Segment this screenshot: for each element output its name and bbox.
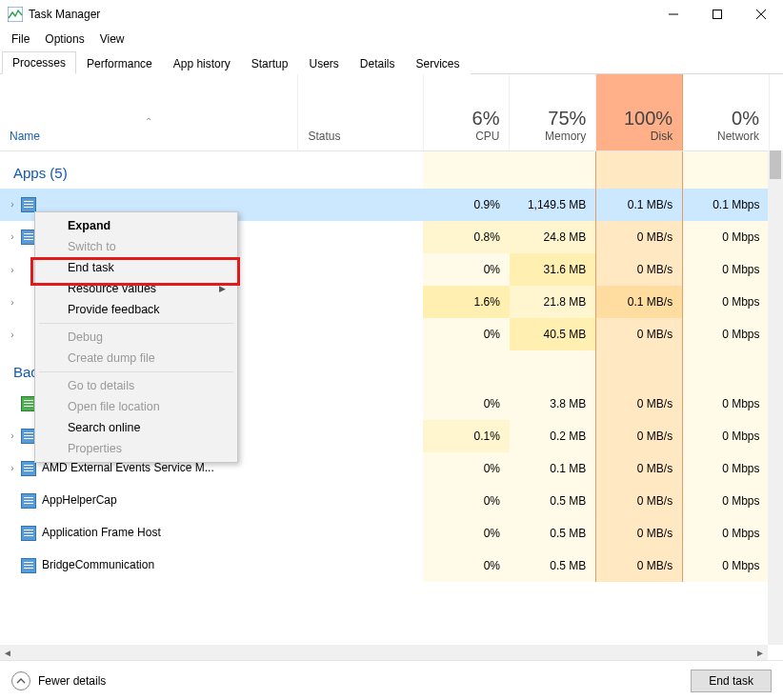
tab-details[interactable]: Details <box>350 52 406 74</box>
col-memory[interactable]: 75%Memory <box>510 74 596 150</box>
ctx-create-dump: Create dump file <box>37 348 235 369</box>
tab-app-history[interactable]: App history <box>163 52 241 74</box>
horizontal-scrollbar[interactable]: ◄ ► <box>0 645 768 660</box>
window-title: Task Manager <box>29 8 100 21</box>
close-button[interactable] <box>739 0 783 29</box>
sort-indicator-icon: ⌃ <box>10 116 288 130</box>
ctx-switch-to: Switch to <box>37 236 235 257</box>
fewer-details-button[interactable]: Fewer details <box>11 671 106 690</box>
menu-options[interactable]: Options <box>37 30 91 48</box>
process-icon <box>21 526 36 541</box>
chevron-right-icon[interactable]: › <box>6 265 19 275</box>
col-disk[interactable]: 100%Disk <box>596 74 683 150</box>
ctx-search-online[interactable]: Search online <box>37 417 235 438</box>
svg-rect-2 <box>713 10 722 19</box>
table-row[interactable]: BridgeCommunication 0% 0.5 MB 0 MB/s 0 M… <box>0 550 770 582</box>
menubar: File Options View <box>0 29 783 50</box>
vertical-scrollbar[interactable] <box>768 150 783 645</box>
table-row[interactable]: Application Frame Host 0% 0.5 MB 0 MB/s … <box>0 517 770 550</box>
separator <box>39 323 233 324</box>
ctx-end-task[interactable]: End task <box>37 257 235 278</box>
tab-users[interactable]: Users <box>298 52 349 74</box>
chevron-right-icon[interactable]: › <box>6 463 19 473</box>
end-task-button[interactable]: End task <box>691 670 772 692</box>
tab-services[interactable]: Services <box>406 52 471 74</box>
minimize-button[interactable] <box>652 0 695 29</box>
ctx-expand[interactable]: Expand <box>37 215 235 236</box>
col-name[interactable]: ⌃ Name <box>0 74 298 150</box>
fewer-details-label: Fewer details <box>38 674 106 688</box>
ctx-resource-values[interactable]: Resource values <box>37 278 235 299</box>
chevron-right-icon[interactable]: › <box>6 330 19 340</box>
tab-performance[interactable]: Performance <box>76 52 163 74</box>
process-icon <box>21 558 36 573</box>
tab-strip: Processes Performance App history Startu… <box>0 50 783 74</box>
chevron-right-icon[interactable]: › <box>6 430 19 441</box>
maximize-button[interactable] <box>695 0 739 29</box>
ctx-debug: Debug <box>37 327 235 348</box>
window-controls <box>652 0 783 29</box>
ctx-open-location: Open file location <box>37 396 235 417</box>
ctx-properties: Properties <box>37 438 235 459</box>
chevron-up-icon <box>11 671 30 690</box>
process-icon <box>21 493 36 509</box>
ctx-go-to-details: Go to details <box>37 375 235 396</box>
table-row[interactable]: AppHelperCap 0% 0.5 MB 0 MB/s 0 Mbps <box>0 485 770 517</box>
group-apps[interactable]: Apps (5) <box>0 150 770 189</box>
menu-view[interactable]: View <box>92 30 132 48</box>
chevron-right-icon[interactable]: › <box>6 231 19 242</box>
chevron-right-icon[interactable]: › <box>6 297 19 308</box>
scrollbar-thumb[interactable] <box>770 150 781 179</box>
scroll-right-icon[interactable]: ► <box>753 645 768 660</box>
context-menu: Expand Switch to End task Resource value… <box>34 211 238 463</box>
scroll-left-icon[interactable]: ◄ <box>0 645 15 660</box>
tab-processes[interactable]: Processes <box>2 51 76 74</box>
app-icon <box>8 7 23 22</box>
col-cpu[interactable]: 6%CPU <box>423 74 510 150</box>
separator <box>39 371 233 372</box>
footer: Fewer details End task <box>0 660 783 700</box>
chevron-right-icon[interactable]: › <box>6 199 19 210</box>
col-network[interactable]: 0%Network <box>683 74 770 150</box>
col-status[interactable]: Status <box>298 74 423 150</box>
process-icon <box>21 197 36 212</box>
tab-startup[interactable]: Startup <box>241 52 299 74</box>
ctx-provide-feedback[interactable]: Provide feedback <box>37 299 235 320</box>
menu-file[interactable]: File <box>4 30 37 48</box>
